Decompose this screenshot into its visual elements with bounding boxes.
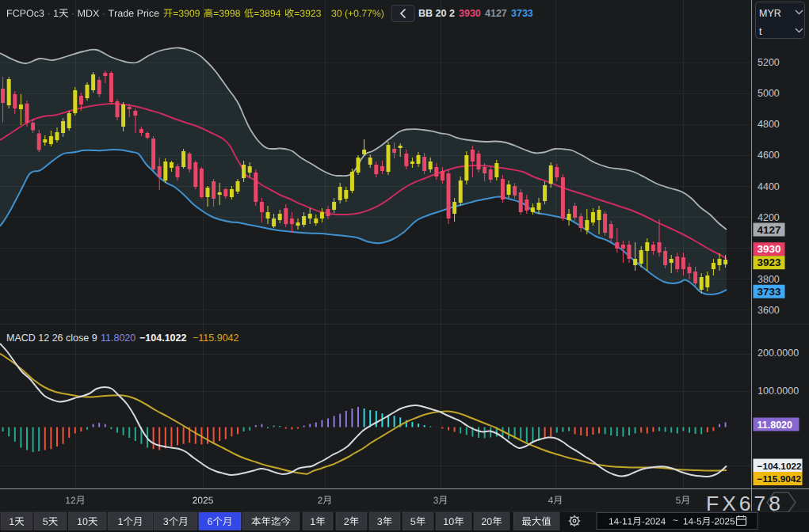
svg-text:3930: 3930 (757, 243, 781, 255)
svg-text:11.8020: 11.8020 (101, 332, 135, 344)
svg-text:200.0000: 200.0000 (757, 348, 799, 359)
svg-text:FX678: FX678 (706, 492, 784, 515)
svg-text:3600: 3600 (757, 305, 780, 316)
svg-text:3930: 3930 (459, 8, 481, 19)
svg-text:−104.1022: −104.1022 (757, 461, 803, 472)
svg-text:4400: 4400 (757, 181, 780, 192)
svg-text:3923: 3923 (757, 256, 782, 268)
svg-text:4600: 4600 (757, 150, 780, 161)
svg-text:3733: 3733 (511, 8, 533, 19)
svg-text:4127: 4127 (757, 224, 781, 236)
svg-text:−115.9042: −115.9042 (757, 473, 802, 484)
svg-text:−115.9042: −115.9042 (193, 332, 239, 344)
svg-text:11.8020: 11.8020 (757, 420, 793, 431)
svg-text:4200: 4200 (757, 212, 780, 223)
svg-text:t: t (759, 26, 762, 37)
svg-text:100.0000: 100.0000 (757, 386, 799, 397)
svg-text:4127: 4127 (485, 8, 507, 19)
svg-text:4800: 4800 (757, 119, 780, 130)
svg-text:−104.1022: −104.1022 (139, 332, 186, 344)
svg-text:3733: 3733 (757, 286, 782, 298)
svg-text:5000: 5000 (757, 88, 780, 99)
svg-text:3800: 3800 (757, 274, 780, 285)
svg-text:MACD 12 26 close 9: MACD 12 26 close 9 (6, 332, 97, 344)
svg-text:5200: 5200 (757, 57, 780, 68)
svg-text:MYR: MYR (759, 8, 781, 19)
svg-text:BB 20 2: BB 20 2 (418, 8, 455, 19)
